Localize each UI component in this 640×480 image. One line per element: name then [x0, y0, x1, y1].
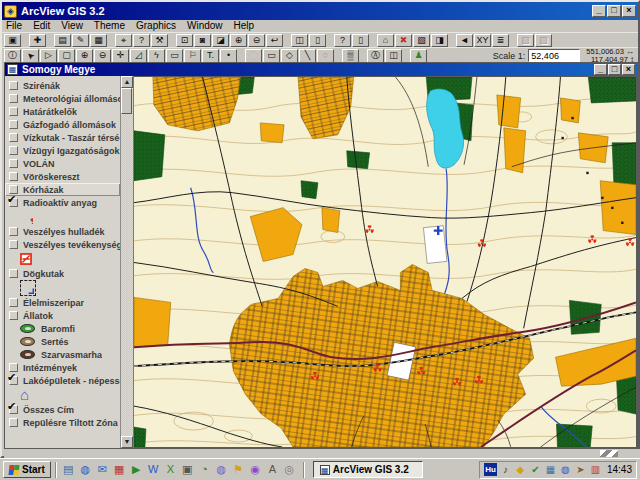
person-tool-tool[interactable]: ♟ [410, 49, 427, 63]
zoom-active-theme-button[interactable]: ◙ [194, 34, 211, 47]
map-area[interactable] [134, 76, 637, 448]
maximize-button[interactable]: □ [607, 5, 621, 17]
network-tray-tray[interactable]: ◍ [559, 463, 572, 476]
scroll-thumb[interactable] [121, 88, 132, 114]
flag-app-quicklaunch[interactable]: ⚑ [231, 462, 246, 477]
pointer-tool[interactable]: ➤ [22, 49, 39, 63]
zoom-out-fixed-button[interactable]: ⊖ [248, 34, 265, 47]
legend-checkbox[interactable] [9, 418, 18, 427]
legend-item-v-z-gyi-igazgat-s-gok[interactable]: Vízügyi Igazgatóságok [5, 144, 120, 157]
maximize-button[interactable]: □ [608, 64, 621, 75]
legend-item-rep-l-sre-tiltott-z-na[interactable]: Repülésre Tiltott Zóna [5, 416, 120, 429]
edit-legend-button[interactable]: ✎ [72, 34, 89, 47]
xy-coordinates-button[interactable]: XY [474, 34, 491, 47]
edit-menu[interactable]: Edit [33, 20, 50, 32]
legend-item-v-r-skereszt[interactable]: Vöröskereszt [5, 170, 120, 183]
internet-quicklaunch[interactable]: ◍ [78, 462, 93, 477]
legend-checkbox[interactable] [9, 94, 18, 103]
text-tool[interactable]: T. [202, 49, 219, 63]
select-feature-tool[interactable]: ▢ [58, 49, 75, 63]
theme-menu[interactable]: Theme [94, 20, 125, 32]
zoom-in-fixed-button[interactable]: ⊕ [230, 34, 247, 47]
zoom-previous-button[interactable]: ↩ [266, 34, 283, 47]
legend-item-vol-n[interactable]: VOLÁN [5, 157, 120, 170]
find-button[interactable]: ⌖ [115, 34, 132, 47]
task-button-arcview[interactable]: ▦ ArcView GIS 3.2 [313, 461, 423, 478]
backup-disk-quicklaunch[interactable]: ▦ [112, 462, 127, 477]
legend-item-hat-r-tkel-k[interactable]: Határátkelők [5, 105, 120, 118]
explorer-quicklaunch[interactable]: ◔ [197, 462, 212, 477]
compass-quicklaunch[interactable]: ◉ [248, 462, 263, 477]
backup-tray-tray[interactable]: ▥ [589, 463, 602, 476]
legend-item-sszes-c-m[interactable]: ✔Összes Cím [5, 403, 120, 416]
zoom-in-tool[interactable]: ⊕ [76, 49, 93, 63]
open-project-button[interactable]: ▯ [309, 34, 326, 47]
pan-tool[interactable]: ✛ [112, 49, 129, 63]
close-button[interactable]: × [622, 5, 636, 17]
legend-checkbox[interactable] [9, 172, 18, 181]
scale-input[interactable] [528, 49, 580, 62]
address-locate-tool[interactable]: Ⓐ [367, 49, 384, 63]
draw-point-tool[interactable]: • [220, 49, 237, 63]
graphics-menu[interactable]: Graphics [136, 20, 176, 32]
legend-item-d-gkutak[interactable]: Dögkutak [5, 267, 120, 280]
legend-checkbox[interactable] [9, 133, 18, 142]
language-indicator[interactable]: Hu [484, 463, 497, 476]
scroll-up-button[interactable]: ▲ [121, 76, 133, 88]
label-tool[interactable]: ⚐ [184, 49, 201, 63]
window-menu[interactable]: Window [187, 20, 223, 32]
updater-tray[interactable]: ➤ [574, 463, 587, 476]
delete-theme-button[interactable]: ✖ [395, 34, 412, 47]
legend-item-int-zm-nyek[interactable]: Intézmények [5, 361, 120, 374]
legend-item-g-zfogad-llom-sok[interactable]: Gázfogadó állomások [5, 118, 120, 131]
vertex-edit-tool[interactable]: ▷ [40, 49, 57, 63]
legend-checkbox[interactable] [9, 240, 18, 249]
taskbar-clock[interactable]: 14:43 [607, 464, 632, 475]
legend-item-szir-n-k[interactable]: Szirénák [5, 79, 120, 92]
identify-tool[interactable]: ⓘ [4, 49, 21, 63]
volume-tray[interactable]: ♪ [499, 463, 512, 476]
legend-checkbox[interactable] [9, 159, 18, 168]
legend-checkbox[interactable] [9, 298, 18, 307]
legend-item-vesz-lyes-hullad-k[interactable]: Veszélyes hulladék [5, 225, 120, 238]
graph-series-button[interactable]: ≣ [492, 34, 509, 47]
add-theme-button[interactable]: ✚ [29, 34, 46, 47]
scroll-track[interactable] [121, 88, 133, 436]
help-menu[interactable]: Help [234, 20, 255, 32]
help-pointer-button[interactable]: ? [334, 34, 351, 47]
media-player-quicklaunch[interactable]: ▶ [129, 462, 144, 477]
legend-item-lelmiszeripar[interactable]: Élelmiszeripar [5, 296, 120, 309]
legend-item-vesz-lyes-tev-kenys-g[interactable]: Veszélyes tevékenység [5, 238, 120, 251]
dither-tool-tool[interactable]: ▒ [342, 49, 359, 63]
legend-item-meteorol-giai-llom-sok[interactable]: Meteorológiai állomások [5, 92, 120, 105]
zoom-full-extent-button[interactable]: ⊡ [176, 34, 193, 47]
word-quicklaunch[interactable]: W [146, 462, 161, 477]
media-first-button[interactable]: ◄ [456, 34, 473, 47]
legend-checkbox[interactable] [9, 146, 18, 155]
open-theme-table-button[interactable]: ▦ [90, 34, 107, 47]
legend-checkbox[interactable] [9, 227, 18, 236]
image-viewer-quicklaunch[interactable]: ▣ [180, 462, 195, 477]
scheduler-tray[interactable]: ◆ [514, 463, 527, 476]
query-builder-button[interactable]: ? [133, 34, 150, 47]
measure-tool[interactable]: ◿ [130, 49, 147, 63]
close-button[interactable]: × [622, 64, 635, 75]
resize-grip-icon[interactable] [600, 450, 618, 457]
network-quicklaunch[interactable]: ◍ [214, 462, 229, 477]
notes-quicklaunch[interactable]: A [265, 462, 280, 477]
draw-circle-tool[interactable]: ◯ [245, 49, 262, 63]
view-menu[interactable]: View [61, 20, 83, 32]
show-list-button[interactable]: ▯ [352, 34, 369, 47]
file-menu[interactable]: File [6, 20, 22, 32]
legend-item-v-zkutak-tasz-r-t-rs-g[interactable]: Vízkutak - Taszár térség [5, 131, 120, 144]
legend-checkbox[interactable] [9, 107, 18, 116]
minimize-button[interactable]: _ [594, 64, 607, 75]
minimize-button[interactable]: _ [592, 5, 606, 17]
scroll-down-button[interactable]: ▼ [121, 436, 133, 448]
legend-item-lak-p-letek-n-pess-g[interactable]: ✔Lakóépületek - népesség [5, 374, 120, 387]
legend-checkbox[interactable] [9, 311, 18, 320]
hotlink-tool[interactable]: ϟ [148, 49, 165, 63]
draw-ellipse-tool[interactable]: ○ [317, 49, 334, 63]
excel-quicklaunch[interactable]: X [163, 462, 178, 477]
geoprocessing-button[interactable]: ⚒ [151, 34, 168, 47]
